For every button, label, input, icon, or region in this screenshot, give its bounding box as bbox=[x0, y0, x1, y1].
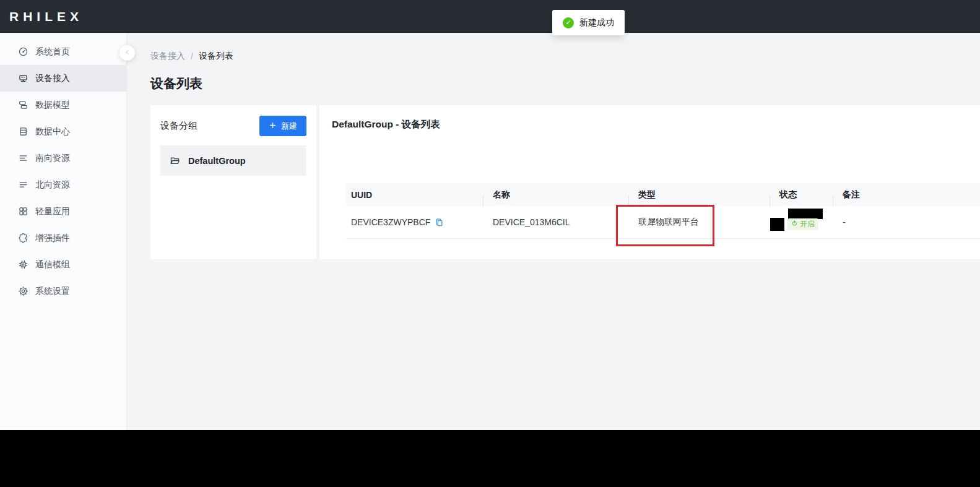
settings-gear-icon bbox=[18, 286, 28, 296]
uuid-value: DEVICE3ZWYPBCF bbox=[351, 217, 430, 227]
sidebar-item-data-center[interactable]: 数据中心 bbox=[0, 118, 126, 145]
sidebar-item-northbound[interactable]: 北向资源 bbox=[0, 171, 126, 198]
page-title: 设备列表 bbox=[150, 75, 980, 92]
app-window: RHILEX ✓ 新建成功 系统首页 设备接入 数据模型 bbox=[0, 0, 980, 430]
northbound-resources-icon bbox=[18, 179, 28, 190]
data-model-icon bbox=[18, 100, 28, 110]
data-center-icon bbox=[18, 126, 28, 137]
sidebar-item-southbound[interactable]: 南向资源 bbox=[0, 145, 126, 171]
sidebar-item-label: 轻量应用 bbox=[35, 206, 70, 217]
sidebar-item-label: 系统首页 bbox=[35, 46, 70, 58]
top-navbar: RHILEX bbox=[0, 0, 980, 33]
breadcrumb-device-access[interactable]: 设备接入 bbox=[150, 51, 185, 62]
chevron-left-icon bbox=[123, 48, 131, 59]
group-panel-title: 设备分组 bbox=[160, 120, 197, 132]
sidebar-item-label: 数据模型 bbox=[35, 100, 70, 111]
copy-icon[interactable] bbox=[435, 218, 444, 227]
sidebar-item-data-model[interactable]: 数据模型 bbox=[0, 92, 126, 118]
column-header-uuid: UUID bbox=[346, 190, 488, 200]
type-cell: 联犀物联网平台 bbox=[633, 217, 774, 228]
toast-message: 新建成功 bbox=[579, 17, 614, 28]
sidebar-item-label: 南向资源 bbox=[35, 153, 70, 164]
uuid-cell: DEVICE3ZWYPBCF bbox=[346, 217, 488, 227]
group-name: DefaultGroup bbox=[188, 156, 246, 166]
plugin-icon bbox=[18, 233, 28, 243]
status-badge-label: 开启 bbox=[800, 219, 815, 230]
sidebar-item-lightweight-apps[interactable]: 轻量应用 bbox=[0, 198, 126, 225]
redaction-box bbox=[788, 209, 823, 219]
new-group-button-label: 新建 bbox=[281, 121, 297, 132]
table-header-row: UUID 名称 类型 状态 备注 bbox=[346, 183, 980, 206]
brand-logo: RHILEX bbox=[9, 9, 83, 24]
table-row: DEVICE3ZWYPBCF DEVICE_013M6CIL 联犀物联网平台 bbox=[346, 206, 980, 239]
device-table: UUID 名称 类型 状态 备注 DEVICE3ZWYPBCF bbox=[346, 183, 980, 239]
column-header-status: 状态 bbox=[774, 189, 838, 200]
breadcrumb-device-list: 设备列表 bbox=[199, 51, 233, 62]
device-group-panel: 设备分组 新建 DefaultGroup bbox=[150, 105, 316, 259]
sidebar-item-label: 数据中心 bbox=[35, 126, 70, 137]
sidebar-item-settings[interactable]: 系统设置 bbox=[0, 278, 126, 304]
sidebar: 系统首页 设备接入 数据模型 数据中心 南向资源 bbox=[0, 33, 127, 430]
breadcrumb: 设备接入 / 设备列表 bbox=[150, 51, 980, 62]
breadcrumb-separator: / bbox=[191, 51, 193, 61]
content-cards: 设备分组 新建 DefaultGroup DefaultGroup bbox=[150, 105, 980, 259]
sidebar-item-comm-modules[interactable]: 通信模组 bbox=[0, 251, 126, 278]
sidebar-item-label: 北向资源 bbox=[35, 179, 70, 191]
group-list-item-defaultgroup[interactable]: DefaultGroup bbox=[160, 145, 306, 176]
plus-icon bbox=[269, 121, 277, 131]
sidebar-item-label: 设备接入 bbox=[35, 73, 70, 84]
southbound-resources-icon bbox=[18, 153, 28, 163]
lightweight-apps-icon bbox=[18, 206, 28, 217]
group-panel-header: 设备分组 新建 bbox=[160, 116, 306, 136]
success-toast: ✓ 新建成功 bbox=[552, 10, 625, 35]
sidebar-item-label: 增强插件 bbox=[35, 233, 70, 244]
device-list-panel: DefaultGroup - 设备列表 UUID 名称 类型 状态 备注 bbox=[319, 105, 980, 259]
sidebar-item-label: 系统设置 bbox=[35, 286, 70, 297]
sidebar-collapse-button[interactable] bbox=[119, 45, 135, 61]
status-badge: 开启 bbox=[787, 218, 818, 230]
column-header-name: 名称 bbox=[488, 189, 633, 200]
sidebar-item-plugins[interactable]: 增强插件 bbox=[0, 225, 126, 251]
column-header-remark: 备注 bbox=[838, 189, 980, 200]
content-area: 设备接入 / 设备列表 设备列表 设备分组 新建 bbox=[127, 33, 980, 430]
success-check-icon: ✓ bbox=[563, 17, 574, 28]
device-list-title: DefaultGroup - 设备列表 bbox=[332, 118, 980, 131]
name-cell: DEVICE_013M6CIL bbox=[488, 217, 633, 227]
sidebar-item-device-access[interactable]: 设备接入 bbox=[0, 65, 126, 92]
column-header-type: 类型 bbox=[633, 189, 774, 200]
screen: RHILEX ✓ 新建成功 系统首页 设备接入 数据模型 bbox=[0, 0, 980, 487]
comm-module-icon bbox=[18, 259, 28, 270]
sidebar-item-home[interactable]: 系统首页 bbox=[0, 38, 126, 65]
new-group-button[interactable]: 新建 bbox=[259, 116, 306, 136]
device-access-icon bbox=[18, 73, 28, 84]
power-icon bbox=[791, 220, 798, 228]
status-cell: 开启 bbox=[774, 206, 838, 239]
folder-open-icon bbox=[170, 155, 180, 166]
dashboard-gauge-icon bbox=[18, 46, 28, 57]
remark-cell: - bbox=[838, 217, 980, 227]
main-body: 系统首页 设备接入 数据模型 数据中心 南向资源 bbox=[0, 33, 980, 430]
redaction-box bbox=[770, 218, 784, 231]
sidebar-item-label: 通信模组 bbox=[35, 259, 70, 270]
